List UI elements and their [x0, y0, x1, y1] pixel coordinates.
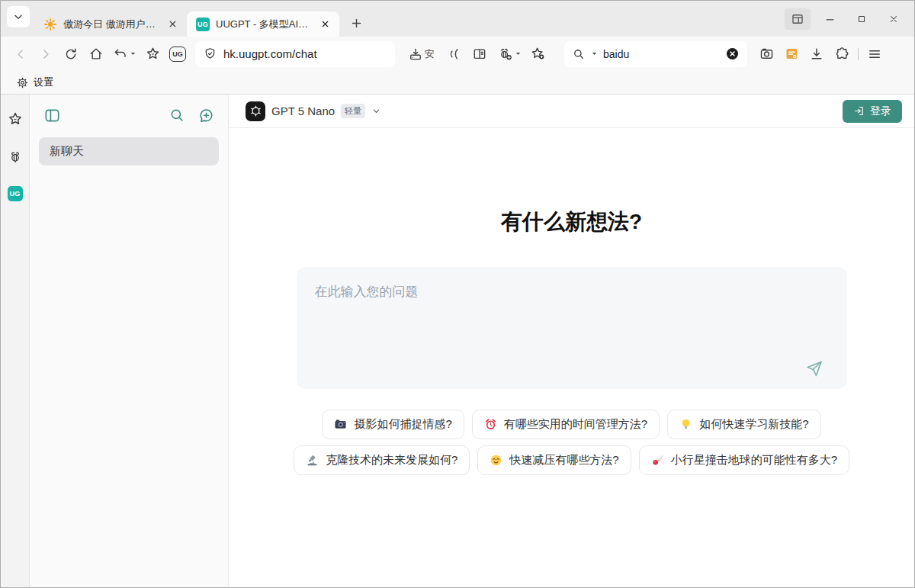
favorites-button[interactable] — [140, 43, 165, 66]
puzzle-icon — [834, 46, 850, 62]
tab-label: UUGPT - 多模型AI对话 — [216, 18, 313, 31]
model-name: GPT 5 Nano — [271, 104, 335, 117]
screenshot-button[interactable] — [754, 43, 779, 66]
camera-icon — [759, 46, 775, 62]
light-bulb-icon — [679, 418, 692, 431]
tab-uugpt[interactable]: UG UUGPT - 多模型AI对话 — [187, 11, 339, 37]
search-box[interactable]: baidu — [564, 41, 747, 67]
tab-list-dropdown-button[interactable] — [7, 6, 30, 27]
undo-icon — [113, 47, 128, 62]
relieved-face-icon — [490, 454, 502, 467]
suggestion-chip[interactable]: 小行星撞击地球的可能性有多大? — [639, 445, 849, 475]
uugpt-favicon: UG — [196, 18, 210, 31]
maximize-button[interactable] — [849, 8, 875, 30]
chat-header: GPT 5 Nano 轻量 登录 — [229, 95, 914, 128]
search-engine-dropdown-icon[interactable] — [592, 51, 597, 56]
hamburger-menu-icon — [867, 47, 882, 62]
maxthon-sun-icon — [43, 18, 57, 31]
ug-outline-icon: UG — [169, 47, 186, 62]
split-screen-icon — [791, 12, 804, 26]
tab-maxthon-today[interactable]: 傲游今日 傲游用户专属 — [34, 11, 187, 37]
bee-collect-button[interactable] — [493, 43, 525, 66]
bookmarks-bar: 设置 — [1, 71, 914, 95]
open-book-icon — [472, 47, 487, 62]
undo-dropdown-icon — [130, 51, 136, 56]
chat-list-item-new[interactable]: 新聊天 — [39, 137, 219, 165]
suggestion-chip[interactable]: 克隆技术的未来发展如何? — [294, 445, 470, 475]
send-button[interactable] — [803, 357, 826, 380]
bookmark-settings[interactable]: 设置 — [10, 73, 59, 92]
login-icon — [853, 105, 865, 117]
page-title: 有什么新想法? — [501, 207, 642, 236]
add-favorite-button[interactable] — [525, 43, 550, 66]
gear-icon — [16, 76, 29, 89]
chevron-down-icon — [371, 106, 381, 116]
bee-icon — [497, 46, 514, 63]
split-screen-button[interactable] — [785, 8, 811, 30]
refresh-button[interactable] — [59, 43, 83, 66]
downloads-button[interactable] — [804, 43, 829, 66]
chat-body: 有什么新想法? 摄影如何捕捉情感? — [229, 128, 914, 587]
reader-mode-button[interactable] — [467, 43, 492, 66]
content-area: UG 新聊天 — [1, 95, 914, 587]
notes-button[interactable] — [779, 43, 804, 66]
search-icon — [572, 47, 586, 61]
chip-label: 摄影如何捕捉情感? — [354, 417, 451, 432]
minimize-button[interactable] — [817, 8, 843, 30]
rail-favorites-button[interactable] — [6, 110, 24, 128]
read-aloud-button[interactable] — [442, 43, 467, 66]
sidebar-panel-icon — [43, 107, 61, 124]
chat-sidebar: 新聊天 — [30, 95, 229, 587]
rail-uugpt-button[interactable]: UG — [8, 186, 23, 201]
safe-download-label: 安 — [425, 47, 435, 61]
back-button[interactable] — [8, 43, 33, 66]
address-bar[interactable]: hk.uugpt.com/chat — [195, 41, 395, 67]
bee-icon — [7, 149, 24, 165]
bookmark-label: 设置 — [34, 76, 53, 89]
undo-button[interactable] — [109, 43, 140, 66]
chip-label: 小行星撞击地球的可能性有多大? — [671, 453, 837, 468]
suggestion-chip[interactable]: 摄影如何捕捉情感? — [322, 410, 464, 439]
shield-check-icon — [203, 47, 217, 61]
refresh-icon — [63, 47, 79, 62]
new-chat-button[interactable] — [196, 105, 216, 125]
navigation-toolbar: UG hk.uugpt.com/chat 安 baidu — [1, 37, 914, 71]
camera-icon — [334, 418, 347, 431]
home-button[interactable] — [84, 43, 108, 66]
suggestion-chip[interactable]: 快速减压有哪些方法? — [477, 445, 631, 475]
chip-label: 快速减压有哪些方法? — [509, 453, 618, 468]
forward-icon — [38, 47, 53, 62]
suggestion-chip[interactable]: 如何快速学习新技能? — [667, 410, 820, 439]
collapse-sidebar-button[interactable] — [42, 105, 62, 125]
forward-button[interactable] — [34, 43, 58, 66]
prompt-input-panel — [297, 267, 847, 389]
microscope-icon — [306, 454, 319, 467]
browser-window: 傲游今日 傲游用户专属 UG UUGPT - 多模型AI对话 — [0, 0, 915, 588]
suggestion-chips: 摄影如何捕捉情感? 有哪些实用的时间管理方法? 如何快速学习新技能? — [290, 410, 854, 475]
menu-button[interactable] — [862, 43, 887, 66]
search-chats-button[interactable] — [167, 105, 187, 125]
chip-label: 克隆技术的未来发展如何? — [326, 453, 458, 468]
safe-download-button[interactable]: 安 — [400, 43, 441, 66]
search-icon — [169, 107, 185, 124]
tab-close-icon[interactable] — [319, 18, 332, 31]
login-button[interactable]: 登录 — [843, 100, 902, 123]
model-selector[interactable]: GPT 5 Nano 轻量 — [241, 98, 386, 124]
paper-plane-icon — [804, 359, 824, 378]
search-value[interactable]: baidu — [603, 48, 719, 60]
close-window-button[interactable] — [881, 8, 907, 30]
new-tab-button[interactable] — [345, 12, 367, 34]
maxthon-account-button[interactable]: UG — [165, 43, 190, 66]
chat-main: GPT 5 Nano 轻量 登录 有什么新想法? — [229, 95, 914, 587]
chip-label: 如何快速学习新技能? — [699, 417, 808, 432]
rail-bee-notes-button[interactable] — [6, 148, 24, 166]
alarm-clock-icon — [484, 418, 497, 431]
read-aloud-icon — [447, 47, 462, 62]
openai-logo-icon — [246, 101, 265, 121]
suggestion-chip[interactable]: 有哪些实用的时间管理方法? — [472, 410, 660, 439]
tab-close-icon[interactable] — [166, 18, 179, 31]
clear-search-icon[interactable] — [725, 47, 740, 61]
extensions-button[interactable] — [830, 43, 854, 66]
prompt-input[interactable] — [297, 267, 847, 389]
tab-label: 傲游今日 傲游用户专属 — [63, 18, 160, 31]
